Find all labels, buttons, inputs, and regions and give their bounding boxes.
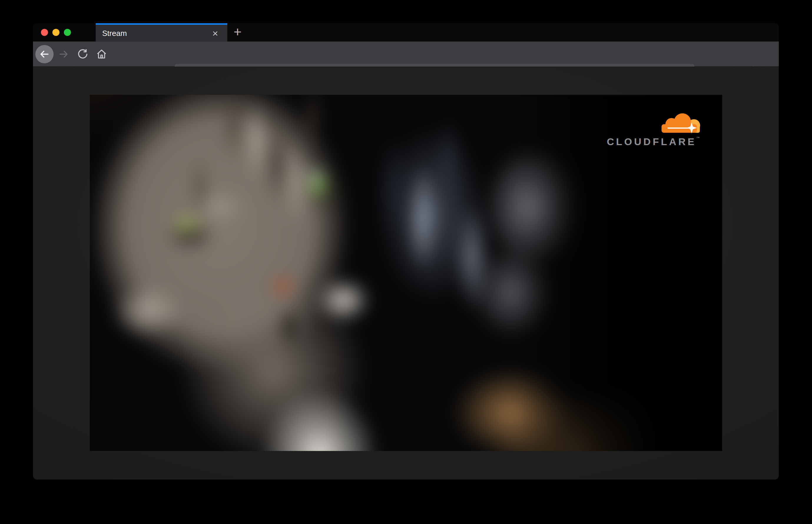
home-icon <box>96 49 107 60</box>
page-content: CLOUDFLARE™ <box>33 67 779 479</box>
cloudflare-watermark: CLOUDFLARE™ <box>607 112 704 147</box>
reload-button[interactable] <box>74 42 92 67</box>
tab-close-icon[interactable]: × <box>211 29 220 38</box>
minimize-window-button[interactable] <box>52 29 60 36</box>
tab-strip: Stream × + <box>33 23 779 42</box>
desktop: Stream × + <box>0 0 812 524</box>
traffic-lights <box>33 23 96 42</box>
tab-title: Stream <box>102 29 127 38</box>
reload-icon <box>77 49 88 60</box>
home-button[interactable] <box>93 42 111 67</box>
zoom-window-button[interactable] <box>64 29 71 36</box>
navigation-toolbar: https://watch.cloudflarestream.com/11859… <box>33 42 779 67</box>
cloudflare-cloud-icon <box>659 112 703 134</box>
video-frame-cat <box>90 95 722 451</box>
tab-stream[interactable]: Stream × <box>96 23 227 42</box>
forward-arrow-icon <box>58 49 69 60</box>
close-window-button[interactable] <box>41 29 48 36</box>
forward-button[interactable] <box>54 42 73 67</box>
cloudflare-wordmark: CLOUDFLARE™ <box>607 136 704 147</box>
back-arrow-icon <box>39 49 50 60</box>
video-player[interactable]: CLOUDFLARE™ <box>90 95 722 451</box>
browser-window: Stream × + <box>33 23 779 479</box>
back-circle <box>35 45 53 63</box>
back-button[interactable] <box>35 42 53 67</box>
new-tab-button[interactable]: + <box>229 23 246 42</box>
